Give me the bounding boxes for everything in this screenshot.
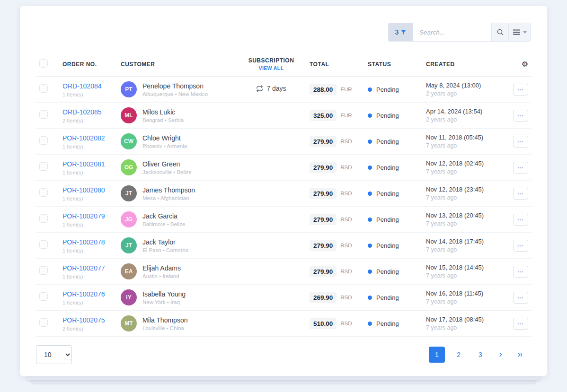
order-number-link[interactable]: POR-1002079 bbox=[62, 212, 105, 220]
created-time-ago: 7 years ago bbox=[426, 220, 505, 227]
order-currency: RSD bbox=[340, 295, 352, 300]
created-date: Nov 15, 2018 (14:45) bbox=[426, 264, 505, 271]
magnifier-icon bbox=[496, 28, 504, 36]
header-order-no: ORDER NO. bbox=[56, 61, 115, 68]
row-checkbox[interactable] bbox=[39, 110, 48, 119]
row-checkbox[interactable] bbox=[39, 188, 48, 197]
customer-avatar: PT bbox=[121, 81, 137, 97]
customer-location: Beograd • Serbia bbox=[142, 117, 184, 123]
status-dot bbox=[368, 244, 372, 248]
table-row: ORD-102084 1 Item(s) PT Penelope Thompso… bbox=[36, 77, 531, 103]
order-total: 279.90 bbox=[310, 136, 337, 147]
page-button-2[interactable]: 2 bbox=[451, 347, 467, 363]
status-dot bbox=[368, 139, 372, 144]
page-button-3[interactable]: 3 bbox=[472, 347, 488, 363]
order-total: 279.90 bbox=[310, 188, 337, 199]
order-items-count: 1 Item(s) bbox=[62, 170, 115, 175]
menu-button[interactable] bbox=[509, 23, 531, 41]
order-number-link[interactable]: POR-1002080 bbox=[62, 186, 105, 194]
row-actions-button[interactable]: ••• bbox=[513, 214, 528, 226]
row-checkbox[interactable] bbox=[39, 162, 48, 171]
row-actions-button[interactable]: ••• bbox=[513, 292, 528, 304]
row-actions-button[interactable]: ••• bbox=[513, 110, 528, 122]
row-actions-button[interactable]: ••• bbox=[513, 136, 528, 148]
order-total: 325.00 bbox=[310, 110, 337, 121]
header-status: STATUS bbox=[366, 61, 425, 68]
header-total: TOTAL bbox=[307, 61, 366, 68]
ellipsis-icon: ••• bbox=[518, 218, 524, 222]
created-time-ago: 7 years ago bbox=[426, 272, 505, 279]
search-button[interactable] bbox=[492, 23, 509, 41]
customer-location: Phoenix • Armenia bbox=[142, 143, 187, 149]
row-checkbox[interactable] bbox=[39, 240, 48, 249]
table-row: POR-1002079 1 Item(s) JG Jack Garcia Bal… bbox=[36, 207, 531, 233]
order-total: 269.90 bbox=[310, 292, 337, 303]
order-number-link[interactable]: POR-1002075 bbox=[62, 316, 105, 324]
customer-location: Jacksonville • Belize bbox=[142, 169, 192, 175]
order-items-count: 1 Item(s) bbox=[62, 92, 115, 97]
table-header-row: ORDER NO. CUSTOMER SUBSCRIPTION VIEW ALL… bbox=[36, 52, 531, 77]
search-input[interactable] bbox=[413, 23, 492, 41]
ellipsis-icon: ••• bbox=[518, 192, 524, 196]
row-checkbox[interactable] bbox=[39, 318, 48, 327]
status-label: Pending bbox=[376, 242, 399, 249]
ellipsis-icon: ••• bbox=[518, 296, 524, 300]
order-number-link[interactable]: ORD-102084 bbox=[62, 82, 102, 90]
customer-avatar: CW bbox=[121, 133, 137, 149]
table-row: POR-1002080 1 Item(s) JT James Thompson … bbox=[36, 181, 531, 207]
filter-button[interactable]: 3 bbox=[389, 23, 413, 41]
row-actions-button[interactable]: ••• bbox=[513, 266, 528, 278]
order-currency: RSD bbox=[340, 321, 352, 326]
order-number-link[interactable]: POR-1002082 bbox=[62, 134, 105, 142]
order-number-link[interactable]: POR-1002081 bbox=[62, 160, 105, 168]
order-number-link[interactable]: POR-1002076 bbox=[62, 290, 105, 298]
order-items-count: 2 Item(s) bbox=[62, 118, 115, 123]
select-all-checkbox[interactable] bbox=[39, 59, 48, 68]
created-time-ago: 7 years ago bbox=[426, 246, 505, 253]
stacked-card-edge-1 bbox=[27, 376, 540, 380]
customer-name: Milos Lukic bbox=[142, 108, 184, 116]
customer-avatar: JT bbox=[121, 237, 137, 253]
row-actions-button[interactable]: ••• bbox=[513, 84, 528, 96]
order-currency: RSD bbox=[340, 139, 352, 144]
page-size-select[interactable]: 10 bbox=[36, 345, 72, 364]
order-currency: RSD bbox=[340, 191, 352, 196]
row-actions-button[interactable]: ••• bbox=[513, 240, 528, 252]
created-date: May 8, 2024 (13:00) bbox=[426, 82, 505, 89]
order-items-count: 1 Item(s) bbox=[62, 300, 115, 305]
order-number-link[interactable]: ORD-102085 bbox=[62, 108, 102, 116]
order-items-count: 1 Item(s) bbox=[62, 144, 115, 149]
next-page-button[interactable] bbox=[494, 347, 507, 363]
row-checkbox[interactable] bbox=[39, 136, 48, 145]
status-label: Pending bbox=[376, 294, 399, 301]
customer-avatar: EA bbox=[121, 263, 137, 279]
last-page-button[interactable] bbox=[513, 347, 526, 363]
ellipsis-icon: ••• bbox=[518, 139, 524, 144]
view-all-link[interactable]: VIEW ALL bbox=[259, 65, 284, 71]
page-button-1[interactable]: 1 bbox=[429, 347, 445, 363]
toolbar-group: 3 bbox=[388, 23, 531, 42]
table-row: POR-1002078 1 Item(s) JT Jack Taylor El … bbox=[36, 233, 531, 259]
customer-name: Isabella Young bbox=[142, 290, 186, 298]
row-actions-button[interactable]: ••• bbox=[513, 162, 528, 174]
status-dot bbox=[368, 192, 372, 196]
status-label: Pending bbox=[376, 190, 399, 197]
row-checkbox[interactable] bbox=[39, 84, 48, 93]
order-number-link[interactable]: POR-1002077 bbox=[62, 264, 105, 272]
row-checkbox[interactable] bbox=[39, 266, 48, 275]
row-checkbox[interactable] bbox=[39, 214, 48, 223]
ellipsis-icon: ••• bbox=[518, 244, 524, 248]
table-body: ORD-102084 1 Item(s) PT Penelope Thompso… bbox=[36, 77, 531, 337]
created-date: Nov 16, 2018 (11:45) bbox=[426, 290, 505, 297]
ellipsis-icon: ••• bbox=[518, 270, 524, 274]
pagination: 123 bbox=[429, 347, 531, 363]
row-checkbox[interactable] bbox=[39, 292, 48, 301]
row-actions-button[interactable]: ••• bbox=[513, 318, 528, 330]
status-dot bbox=[368, 296, 372, 300]
status-dot bbox=[368, 113, 372, 118]
row-actions-button[interactable]: ••• bbox=[513, 188, 528, 200]
order-number-link[interactable]: POR-1002078 bbox=[62, 238, 105, 246]
status-label: Pending bbox=[376, 320, 399, 327]
chevron-right-icon bbox=[497, 351, 504, 358]
gear-icon[interactable]: ⚙ bbox=[522, 61, 528, 68]
